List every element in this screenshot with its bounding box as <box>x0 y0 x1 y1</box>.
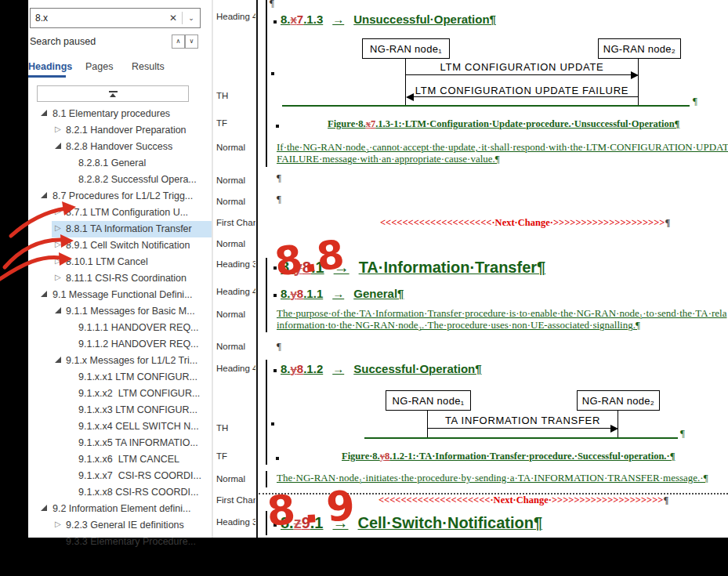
jump-to-top-icon <box>109 91 118 92</box>
tree-item[interactable]: ▷ 8.8.1 TA Information Transfer <box>28 221 212 237</box>
inserted-figure-underline <box>282 105 690 107</box>
style-area-label: Normal <box>216 197 245 206</box>
tree-item[interactable]: 9.2 Information Element defini... <box>28 501 212 517</box>
figure-caption-2[interactable]: Figure·8.y8.1.2-1:·TA·Information·Transf… <box>342 451 675 462</box>
tree-item-label: 8.2.8 Handover Success <box>66 139 172 155</box>
tree-item[interactable]: ▷ 8.10.1 LTM Cancel <box>28 254 212 270</box>
arrowhead-left-icon <box>406 93 414 101</box>
heading-unsuccessful-operation[interactable]: 8.x7.1.3→Unsuccessful·Operation¶ <box>281 13 496 26</box>
style-area-separator[interactable] <box>256 0 258 538</box>
tree-item[interactable]: 9.1.x Messages for L1/L2 Tri... <box>28 353 212 369</box>
search-options-chevron-icon[interactable]: ⌄ <box>183 14 200 22</box>
body-paragraph-line[interactable]: The·purpose·of·the·TA·Information·Transf… <box>277 307 726 320</box>
style-area-label: Normal <box>216 239 245 248</box>
expand-icon[interactable]: ▷ <box>55 520 61 528</box>
heading-ta-information-transfer[interactable]: 8.y8.1→TA·Information·Transfer¶ <box>281 259 545 277</box>
tree-item-label: 9.2 Information Element defini... <box>53 501 190 517</box>
tree-item[interactable]: 9.1.x.x7 CSI-RS COORDI... <box>28 468 212 484</box>
tree-item[interactable]: 8.7 Procedures for L1/L2 Trigg... <box>28 188 212 205</box>
jump-to-top-button[interactable] <box>37 85 189 102</box>
paragraph-mark: ¶ <box>270 0 274 9</box>
tab-mark: → <box>323 287 353 300</box>
expand-icon[interactable]: ▷ <box>55 274 61 281</box>
change-bar <box>266 471 267 487</box>
paragraph-mark: ¶ <box>693 95 697 107</box>
tree-item[interactable]: 9.1.x.x5 TA INFORMATIO... <box>28 435 212 451</box>
active-tab-underline <box>28 75 66 78</box>
expand-icon[interactable] <box>41 505 47 511</box>
expand-icon[interactable] <box>55 143 61 149</box>
paragraph-properties-marker <box>273 369 277 372</box>
style-area-label: Normal <box>216 310 245 319</box>
search-box[interactable]: ✕ ⌄ <box>30 8 201 28</box>
tree-item[interactable]: 9.1.1.2 HANDOVER REQ... <box>28 336 212 353</box>
figure-caption-1[interactable]: Figure·8.x7.1.3-1:·LTM·Configuration·Upd… <box>328 118 679 130</box>
heading-general[interactable]: 8.y8.1.1→General¶ <box>281 287 404 300</box>
tree-item[interactable]: ▷ 9.2.3 General IE definitions <box>28 517 212 534</box>
next-change-separator[interactable]: <<<<<<<<<<<<<<<<<<<<·Next·Change·>>>>>>>… <box>380 217 670 229</box>
expand-icon[interactable] <box>55 357 61 363</box>
tree-item[interactable]: ▷ 8.9.1 Cell Switch Notification <box>28 237 212 254</box>
tree-item-label: 9.1.x.x2 LTM CONFIGUR... <box>78 386 200 402</box>
heading-cell-switch-notification[interactable]: 8.z9.1→Cell·Switch·Notification¶ <box>281 514 542 532</box>
expand-icon[interactable] <box>55 307 61 313</box>
message-arrow-line <box>407 96 638 97</box>
body-paragraph-line[interactable]: The·NG-RAN·node₁·initiates·the·procedure… <box>277 472 708 484</box>
body-paragraph-line[interactable]: FAILURE·message·with·an·appropriate·caus… <box>277 153 500 165</box>
tree-item[interactable]: 9.3.3 Elementary Procedure... <box>28 534 212 550</box>
tree-item[interactable]: 9.1.x.x3 LTM CONFIGUR... <box>28 402 212 418</box>
tab-headings[interactable]: Headings <box>28 61 72 72</box>
expand-icon[interactable]: ▷ <box>55 241 61 248</box>
tree-item[interactable]: 9.1.x.x6 LTM CANCEL <box>28 451 212 468</box>
expand-icon[interactable]: ▷ <box>55 208 61 216</box>
next-result-button[interactable]: ∨ <box>185 34 198 49</box>
empty-paragraph-mark[interactable]: ¶ <box>277 193 281 205</box>
tree-item[interactable]: 9.1.x.x8 CSI-RS COORDI... <box>28 484 212 501</box>
tree-item-label: 9.1.x.x1 LTM CONFIGUR... <box>78 369 197 386</box>
change-bar <box>266 511 267 535</box>
tree-item-label: 8.10.1 LTM Cancel <box>66 254 148 270</box>
body-paragraph-line[interactable]: information·to·the·NG-RAN·node₂.·The·pro… <box>277 319 640 331</box>
previous-result-button[interactable]: ∧ <box>172 34 185 49</box>
expand-icon[interactable] <box>41 110 47 116</box>
tab-pages[interactable]: Pages <box>85 61 113 72</box>
tree-item[interactable]: 8.2.8.1 General <box>28 155 212 172</box>
heading-successful-operation[interactable]: 8.y8.1.2→Successful·Operation¶ <box>281 362 482 375</box>
tree-item[interactable]: ▷ 8.11.1 CSI-RS Coordination <box>28 270 212 287</box>
paragraph-mark: ¶ <box>680 427 685 440</box>
tree-item[interactable]: ▷ 8.7.1 LTM Configuration U... <box>28 205 212 221</box>
tab-results[interactable]: Results <box>132 61 165 72</box>
tree-item-label: 9.1.1.2 HANDOVER REQ... <box>78 336 199 353</box>
expand-icon[interactable]: ▷ <box>55 125 61 133</box>
lifeline <box>618 410 618 437</box>
expand-icon[interactable]: ▷ <box>55 257 61 265</box>
tree-item-label: 8.8.1 TA Information Transfer <box>66 221 192 237</box>
expand-icon[interactable]: ▷ <box>55 224 61 232</box>
tree-item-label: 9.1.1 Messages for Basic M... <box>66 303 195 320</box>
tree-item[interactable]: 8.1 Elementary procedures <box>28 106 212 122</box>
style-area-label: Heading 4 <box>216 364 255 373</box>
tree-item[interactable]: 9.1.x.x4 CELL SWITCH N... <box>28 418 212 435</box>
search-input[interactable] <box>31 13 165 24</box>
tree-item[interactable]: 9.1.1 Messages for Basic M... <box>28 303 212 320</box>
tree-item[interactable]: 9.1.x.x2 LTM CONFIGUR... <box>28 386 212 402</box>
tree-item[interactable]: ▷ 8.2.1 Handover Preparation <box>28 122 212 139</box>
expand-icon[interactable] <box>41 192 47 198</box>
arrowhead-right-icon <box>631 71 639 79</box>
expand-icon[interactable] <box>41 291 47 297</box>
style-area-label: TH <box>216 91 228 100</box>
style-area-label: Normal <box>216 474 245 484</box>
tree-item[interactable]: 9.1.1.1 HANDOVER REQ... <box>28 320 212 336</box>
empty-paragraph-mark[interactable]: ¶ <box>277 340 281 353</box>
body-paragraph-line[interactable]: If·the·NG-RAN·node₂·cannot·accept·the·up… <box>277 141 728 154</box>
style-area-label: Heading 3 <box>216 259 255 269</box>
empty-paragraph-mark[interactable]: ¶ <box>277 172 281 184</box>
tree-item[interactable]: 9.1.x.x1 LTM CONFIGUR... <box>28 369 212 386</box>
clear-search-icon[interactable]: ✕ <box>165 13 182 24</box>
tree-item[interactable]: 9.1 Message Functional Defini... <box>28 287 212 303</box>
tree-item[interactable]: 8.2.8.2 Successful Opera... <box>28 172 212 188</box>
tree-item-label: 8.2.8.1 General <box>78 155 146 172</box>
tree-item[interactable]: 8.2.8 Handover Success <box>28 139 212 155</box>
tree-item-label: 8.11.1 CSI-RS Coordination <box>66 270 187 287</box>
next-change-separator[interactable]: <<<<<<<<<<<<<<<<<<<<·Next·Change·>>>>>>>… <box>378 494 668 506</box>
